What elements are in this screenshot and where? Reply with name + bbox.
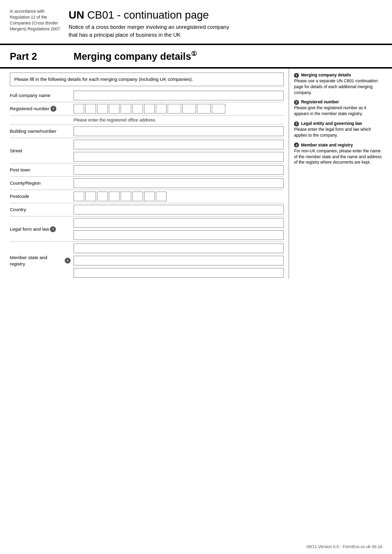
reg-seg-11[interactable]: [197, 104, 211, 114]
reg-seg-7[interactable]: [144, 104, 155, 114]
postcode-row: Postcode: [10, 190, 284, 203]
page: In accordance with Regulation 12 of the …: [0, 0, 392, 554]
member-state-label: Member state and registry i: [10, 242, 74, 279]
street-input-2[interactable]: [74, 152, 284, 162]
note-2: 2 Registered number Please give the regi…: [294, 99, 382, 117]
member-state-input-2[interactable]: [74, 256, 284, 265]
reg-seg-1[interactable]: [74, 104, 84, 114]
registered-number-info-icon: i: [50, 106, 56, 112]
member-state-input-1[interactable]: [74, 243, 284, 253]
country-label: Country: [10, 203, 74, 216]
part-header: Part 2 Merging company details①: [0, 45, 392, 69]
reg-seg-10[interactable]: [182, 104, 196, 114]
registered-number-label: Registered number i: [10, 102, 74, 115]
full-company-name-label: Full company name: [10, 89, 74, 102]
reg-seg-2[interactable]: [85, 104, 96, 114]
header-right: UN CB01 - continuation page Notice of a …: [64, 9, 382, 39]
post-seg-5[interactable]: [121, 192, 131, 201]
page-title: UN CB01 - continuation page: [69, 9, 382, 22]
main-content: Please fill in the following details for…: [0, 69, 392, 279]
postcode-segments: [74, 192, 284, 201]
full-company-name-input[interactable]: [74, 91, 284, 100]
page-subtitle: Notice of a cross border merger involvin…: [69, 24, 382, 39]
note-1-bullet: 1: [294, 73, 299, 78]
building-name-row: Building name/number: [10, 125, 284, 138]
post-seg-8[interactable]: [156, 192, 167, 201]
county-region-input-area: [74, 177, 284, 190]
member-state-input-area: [74, 242, 284, 279]
reg-seg-8[interactable]: [156, 104, 167, 114]
note-3: 3 Legal entity and governing law Please …: [294, 121, 382, 139]
county-region-row: County/Region: [10, 177, 284, 190]
reg-seg-4[interactable]: [109, 104, 120, 114]
legal-form-input-area: [74, 217, 284, 241]
instructions-box: Please fill in the following details for…: [10, 72, 284, 86]
legal-form-info-icon: i: [50, 226, 56, 232]
registered-number-row: Registered number i: [10, 102, 284, 116]
post-seg-6[interactable]: [132, 192, 143, 201]
post-seg-1[interactable]: [74, 192, 84, 201]
registered-number-segments: [74, 104, 284, 114]
registered-number-input-area: [74, 102, 284, 115]
reg-seg-12[interactable]: [212, 104, 225, 114]
note-1: 1 Merging company details Please use a s…: [294, 72, 382, 96]
legal-form-input-2[interactable]: [74, 230, 284, 240]
post-seg-7[interactable]: [144, 192, 155, 201]
post-town-input[interactable]: [74, 165, 284, 175]
building-name-label: Building name/number: [10, 125, 74, 138]
title-un: UN: [69, 9, 84, 21]
member-state-input-3[interactable]: [74, 268, 284, 278]
post-seg-3[interactable]: [97, 192, 108, 201]
country-row: Country: [10, 203, 284, 217]
note-4: 4 Member state and registry For non-UK c…: [294, 143, 382, 166]
reg-seg-5[interactable]: [121, 104, 131, 114]
post-seg-4[interactable]: [109, 192, 120, 201]
county-region-input[interactable]: [74, 178, 284, 188]
footer: 08/11 Version 5.0 - FormEvo.co.uk 06.16: [306, 544, 382, 549]
full-company-name-input-area: [74, 89, 284, 102]
postcode-input-area: [74, 190, 284, 203]
building-name-input-area: [74, 125, 284, 138]
county-region-label: County/Region: [10, 177, 74, 190]
street-row: Street: [10, 138, 284, 164]
note-3-bullet: 3: [294, 121, 299, 126]
post-seg-2[interactable]: [85, 192, 96, 201]
legal-form-row: Legal form and law i: [10, 217, 284, 242]
part-title-superscript: ①: [191, 50, 197, 57]
member-state-row: Member state and registry i: [10, 242, 284, 279]
legal-form-input-1[interactable]: [74, 218, 284, 228]
part-label: Part 2: [10, 51, 74, 62]
note-2-bullet: 2: [294, 100, 299, 105]
legal-form-label: Legal form and law i: [10, 217, 74, 241]
notes-area: 1 Merging company details Please use a s…: [289, 69, 382, 279]
postcode-label: Postcode: [10, 190, 74, 203]
building-name-input[interactable]: [74, 126, 284, 136]
post-town-row: Post town: [10, 164, 284, 177]
street-input-area: [74, 138, 284, 163]
regulation-text: In accordance with Regulation 12 of the …: [10, 9, 64, 32]
full-company-name-row: Full company name: [10, 89, 284, 102]
registered-office-hint: Please enter the registered office addre…: [10, 116, 284, 125]
reg-seg-9[interactable]: [168, 104, 181, 114]
title-rest: CB01 - continuation page: [84, 9, 209, 21]
note-4-bullet: 4: [294, 143, 299, 147]
header: In accordance with Regulation 12 of the …: [0, 0, 392, 45]
post-town-input-area: [74, 164, 284, 176]
form-area: Please fill in the following details for…: [10, 69, 289, 279]
part-title: Merging company details①: [74, 50, 197, 62]
member-state-info-icon: i: [65, 258, 71, 264]
post-town-label: Post town: [10, 164, 74, 176]
country-input-area: [74, 203, 284, 216]
street-label: Street: [10, 138, 74, 163]
reg-seg-3[interactable]: [97, 104, 108, 114]
reg-seg-6[interactable]: [132, 104, 143, 114]
country-input[interactable]: [74, 205, 284, 215]
street-input-1[interactable]: [74, 140, 284, 149]
